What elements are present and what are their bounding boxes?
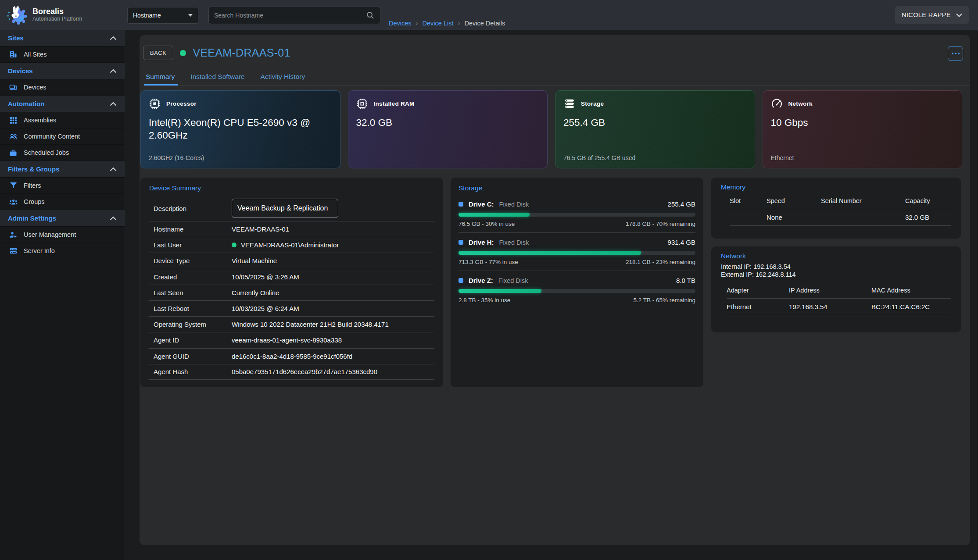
row-value: 10/05/2025 @ 3:26 AM <box>232 273 299 281</box>
search-icon[interactable] <box>366 11 375 20</box>
row-value: Windows 10 2022 Datacenter 21H2 Build 20… <box>232 321 389 328</box>
storage-panel: Storage Drive C: Fixed Disk 255.4 GB 76.… <box>451 178 703 387</box>
sidebar-item-label: All Sites <box>24 51 47 58</box>
memory-capacity-value: 32.0 GB <box>905 214 951 221</box>
sidebar-item-scheduled-jobs[interactable]: Scheduled Jobs <box>0 145 125 161</box>
column-header-capacity: Capacity <box>905 197 951 204</box>
ram-chip-icon <box>356 98 368 110</box>
memory-panel: Memory Slot Speed Serial Number Capacity… <box>711 178 961 239</box>
search-input[interactable] <box>214 12 366 19</box>
drive-row-c: Drive C: Fixed Disk 255.4 GB 76.5 GB - 3… <box>459 195 695 232</box>
drive-used-label: 2.8 TB - 35% in use <box>459 297 510 303</box>
row-value: Virtual Machine <box>232 257 277 264</box>
memory-slot-value <box>730 214 767 221</box>
drive-remaining-label: 178.8 GB - 70% remaining <box>626 221 695 227</box>
row-value: VEEAM-DRAAS-01\Administrator <box>232 241 339 249</box>
description-input[interactable] <box>232 199 338 218</box>
chevron-up-icon <box>110 102 117 106</box>
storage-footer: 76.5 GB of 255.4 GB used <box>563 154 635 161</box>
sidebar-section-automation[interactable]: Automation <box>0 96 125 112</box>
row-label: Agent GUID <box>149 353 232 360</box>
panel-title: Memory <box>721 183 951 191</box>
sidebar-item-label: User Management <box>24 231 76 238</box>
section-label: Sites <box>8 34 24 42</box>
device-summary-panel: Device Summary Description Hostname VEEA… <box>140 178 443 387</box>
sidebar-item-label: Devices <box>24 84 47 91</box>
sidebar-item-label: Scheduled Jobs <box>24 149 69 156</box>
borealis-rabbit-logo-icon <box>6 4 27 25</box>
network-table-header: Adapter IP Address MAC Address <box>727 278 951 298</box>
drive-header: Drive H: Fixed Disk 931.4 GB <box>459 239 695 246</box>
sidebar-item-label: Assemblies <box>24 117 56 124</box>
more-actions-button[interactable] <box>948 46 963 61</box>
row-value: VEEAM-DRAAS-01 <box>232 225 289 233</box>
drive-bullet-icon <box>459 202 463 207</box>
chevron-up-icon <box>110 69 117 73</box>
breadcrumb-devices[interactable]: Devices <box>389 20 412 27</box>
tab-activity-history[interactable]: Activity History <box>261 73 305 85</box>
sidebar-item-community-content[interactable]: Community Content <box>0 128 125 145</box>
drive-remaining-label: 5.2 TB - 65% remaining <box>633 297 695 303</box>
row-value: 05ba0e7935171d626ecea29b27d7ae175363cd90 <box>232 368 377 375</box>
breadcrumb-device-details: Device Details <box>465 20 505 27</box>
drive-size: 8.0 TB <box>676 277 695 284</box>
sidebar-item-server-info[interactable]: Server Info <box>0 243 125 259</box>
storage-value: 255.4 GB <box>563 116 739 129</box>
metric-cards-row: Processor Intel(R) Xeon(R) CPU E5-2690 v… <box>140 90 962 168</box>
row-label: Last Reboot <box>149 305 232 312</box>
chevron-down-icon <box>188 14 193 17</box>
back-button[interactable]: BACK <box>143 46 173 60</box>
ram-card-header: Installed RAM <box>356 98 540 110</box>
sidebar-item-devices[interactable]: Devices <box>0 79 125 96</box>
summary-row-created: Created 10/05/2025 @ 3:26 AM <box>149 269 434 285</box>
tab-installed-software[interactable]: Installed Software <box>190 73 244 85</box>
ram-value: 32.0 GB <box>356 116 532 129</box>
speedometer-icon <box>771 98 783 110</box>
row-label: Created <box>149 273 232 281</box>
summary-row-description: Description <box>149 196 434 221</box>
brand-name: Borealis <box>32 7 82 16</box>
sidebar-section-filters-groups[interactable]: Filters & Groups <box>0 161 125 178</box>
drive-usage-labels: 76.5 GB - 30% in use 178.8 GB - 70% rema… <box>459 221 695 227</box>
sidebar-item-label: Groups <box>24 198 45 205</box>
sidebar-item-user-management[interactable]: User Management <box>0 227 125 243</box>
sidebar-section-sites[interactable]: Sites <box>0 30 125 46</box>
drive-used-label: 713.3 GB - 77% in use <box>459 259 518 265</box>
last-user-value: VEEAM-DRAAS-01\Administrator <box>241 241 339 249</box>
sidebar-item-filters[interactable]: Filters <box>0 178 125 194</box>
sidebar-item-groups[interactable]: Groups <box>0 194 125 210</box>
drive-usage-track <box>459 289 695 293</box>
row-value: 10/03/2025 @ 6:24 AM <box>232 305 299 312</box>
card-title: Storage <box>581 100 604 107</box>
drive-name: Drive C: <box>469 200 494 208</box>
tab-summary[interactable]: Summary <box>146 73 175 85</box>
drive-row-h: Drive H: Fixed Disk 931.4 GB 713.3 GB - … <box>459 232 695 271</box>
section-label: Automation <box>8 100 44 107</box>
sidebar-item-all-sites[interactable]: All Sites <box>0 46 125 63</box>
memory-table-row: None 32.0 GB <box>730 209 951 226</box>
devices-icon <box>9 83 18 91</box>
breadcrumb-separator-icon <box>458 19 460 27</box>
drive-usage-track <box>459 213 695 217</box>
drive-size: 255.4 GB <box>668 200 695 208</box>
section-label: Admin Settings <box>8 214 56 222</box>
user-name: NICOLE RAPPE <box>902 11 951 18</box>
network-card-header: Network <box>771 98 954 110</box>
chevron-up-icon <box>110 167 117 171</box>
user-menu[interactable]: NICOLE RAPPE <box>895 6 969 24</box>
row-value: Currently Online <box>232 289 279 296</box>
column-header-adapter: Adapter <box>727 287 789 294</box>
sidebar-section-admin-settings[interactable]: Admin Settings <box>0 210 125 227</box>
sidebar-section-devices[interactable]: Devices <box>0 63 125 79</box>
panel-title: Network <box>721 252 951 260</box>
sidebar-item-assemblies[interactable]: Assemblies <box>0 112 125 128</box>
search-field-dropdown[interactable]: Hostname <box>127 7 198 24</box>
drive-usage-fill <box>459 251 641 255</box>
cpu-icon <box>149 98 161 110</box>
memory-speed-value: None <box>767 214 821 221</box>
section-label: Filters & Groups <box>8 165 60 173</box>
drive-row-z: Drive Z: Fixed Disk 8.0 TB 2.8 TB - 35% … <box>459 271 695 309</box>
summary-row-last-reboot: Last Reboot 10/03/2025 @ 6:24 AM <box>149 300 434 316</box>
breadcrumb-device-list[interactable]: Device List <box>423 20 454 27</box>
chevron-up-icon <box>110 36 117 40</box>
